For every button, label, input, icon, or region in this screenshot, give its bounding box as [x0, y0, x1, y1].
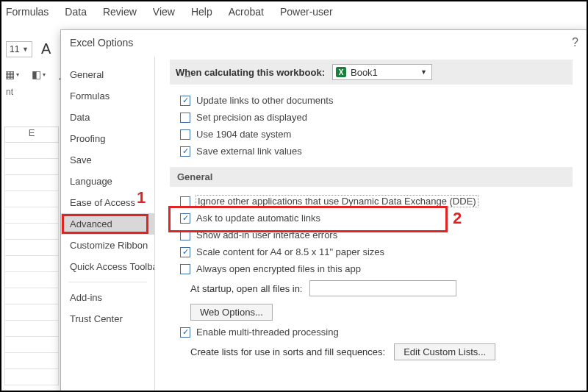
when-calculating-row: When calculating this workbook: X Book1 …	[170, 60, 573, 85]
opt-enable-multithread[interactable]: Enable multi-threaded processing	[170, 324, 573, 341]
checkbox-icon[interactable]	[180, 113, 190, 123]
font-size-picker[interactable]: 11 ▼	[6, 41, 32, 57]
cell[interactable]	[4, 304, 59, 321]
nav-advanced[interactable]: Advanced	[61, 213, 154, 235]
workbook-select[interactable]: X Book1 ▼	[332, 64, 432, 80]
spreadsheet-fragment: E	[4, 126, 59, 385]
cell[interactable]	[4, 256, 59, 272]
cell[interactable]	[4, 353, 59, 369]
cell[interactable]	[4, 369, 59, 385]
opt-label: Ask to update automatic links	[196, 213, 320, 224]
nav-trust-center[interactable]: Trust Center	[61, 308, 154, 329]
dialog-title: Excel Options	[70, 37, 133, 49]
help-icon[interactable]: ?	[572, 36, 578, 49]
chevron-down-icon: ▼	[420, 68, 427, 76]
nav-quick-access-toolbar[interactable]: Quick Access Toolbar	[61, 256, 154, 277]
dialog-titlebar: Excel Options ?	[61, 30, 587, 57]
menu-review[interactable]: Review	[103, 6, 137, 18]
font-size-value: 11	[10, 44, 19, 54]
opt-label: Save external link values	[196, 146, 302, 157]
opt-set-precision[interactable]: Set precision as displayed	[170, 109, 573, 126]
nav-proofing[interactable]: Proofing	[61, 128, 154, 149]
opt-save-external[interactable]: Save external link values	[170, 143, 573, 160]
startup-label: At startup, open all files in:	[190, 283, 302, 294]
web-options-button[interactable]: Web Options...	[190, 304, 273, 321]
menu-acrobat[interactable]: Acrobat	[229, 6, 264, 18]
opt-update-links[interactable]: Update links to other documents	[170, 92, 573, 109]
checkbox-icon[interactable]	[180, 96, 190, 106]
edit-custom-lists-button[interactable]: Edit Custom Lists...	[394, 343, 495, 360]
nav-formulas[interactable]: Formulas	[61, 85, 154, 107]
section-general: General	[170, 167, 573, 187]
opt-scale-content[interactable]: Scale content for A4 or 8.5 x 11" paper …	[170, 243, 573, 260]
cell[interactable]	[4, 191, 59, 207]
workbook-name: Book1	[351, 67, 378, 78]
opt-use-1904[interactable]: Use 1904 date system	[170, 126, 573, 143]
cell[interactable]	[4, 207, 59, 224]
chevron-down-icon: ▼	[22, 46, 29, 53]
opt-label: Show add-in user interface errors	[196, 229, 337, 240]
opt-always-open-encrypted[interactable]: Always open encrypted files in this app	[170, 260, 573, 277]
cell[interactable]	[4, 240, 59, 256]
cell[interactable]	[4, 337, 59, 353]
opt-ask-update[interactable]: Ask to update automatic links	[170, 210, 573, 227]
borders-button[interactable]: ▦▾	[3, 66, 21, 82]
opt-label: Always open encrypted files in this app	[196, 263, 361, 274]
menu-view[interactable]: View	[153, 6, 175, 18]
font-size-area: 11 ▼ A	[6, 40, 51, 57]
cell[interactable]	[4, 175, 59, 191]
opt-show-addin-errors[interactable]: Show add-in user interface errors	[170, 227, 573, 243]
checkbox-icon[interactable]	[180, 196, 190, 207]
checkbox-icon[interactable]	[180, 129, 190, 140]
opt-label: Use 1904 date system	[196, 129, 291, 140]
menu-poweruser[interactable]: Power-user	[280, 6, 333, 18]
opt-label: Scale content for A4 or 8.5 x 11" paper …	[196, 246, 384, 257]
excel-icon: X	[336, 67, 346, 77]
opt-label: Ignore other applications that use Dynam…	[196, 196, 478, 207]
cell[interactable]	[4, 321, 59, 337]
opt-label: Update links to other documents	[196, 95, 333, 106]
opt-label: Set precision as displayed	[196, 112, 307, 123]
startup-path-input[interactable]	[309, 280, 456, 296]
opt-ignore-dde[interactable]: Ignore other applications that use Dynam…	[170, 193, 573, 210]
options-nav: General Formulas Data Proofing Save Lang…	[61, 57, 155, 391]
cell[interactable]	[4, 224, 59, 240]
cell[interactable]	[4, 272, 59, 288]
checkbox-icon[interactable]	[180, 146, 190, 157]
nav-data[interactable]: Data	[61, 107, 154, 128]
ribbon-menus: Formulas Data Review View Help Acrobat P…	[6, 6, 333, 18]
startup-row: At startup, open all files in:	[170, 277, 573, 299]
create-lists-label: Create lists for use in sorts and fill s…	[190, 346, 385, 357]
options-pane: When calculating this workbook: X Book1 …	[155, 57, 587, 391]
nav-customize-ribbon[interactable]: Customize Ribbon	[61, 235, 154, 256]
when-calculating-label: When calculating this workbook:	[176, 67, 325, 78]
column-header-e[interactable]: E	[4, 126, 59, 143]
cell[interactable]	[4, 288, 59, 304]
nav-add-ins[interactable]: Add-ins	[61, 287, 154, 308]
nav-language[interactable]: Language	[61, 171, 154, 192]
nav-ease-of-access[interactable]: Ease of Access	[61, 192, 154, 213]
menu-formulas[interactable]: Formulas	[6, 6, 49, 18]
fill-color-button[interactable]: ◧▾	[29, 66, 47, 82]
cell[interactable]	[4, 143, 59, 159]
nav-save[interactable]: Save	[61, 149, 154, 171]
checkbox-icon[interactable]	[180, 264, 190, 274]
checkbox-icon[interactable]	[180, 230, 190, 240]
menu-data[interactable]: Data	[65, 6, 87, 18]
excel-options-dialog: Excel Options ? General Formulas Data Pr…	[60, 29, 588, 392]
menu-help[interactable]: Help	[191, 6, 212, 18]
create-lists-row: Create lists for use in sorts and fill s…	[170, 341, 573, 363]
nav-general[interactable]: General	[61, 64, 154, 85]
checkbox-icon[interactable]	[180, 327, 190, 338]
checkbox-icon[interactable]	[180, 213, 190, 224]
increase-font-icon[interactable]: A	[41, 40, 51, 57]
ribbon-group-fragment: nt	[6, 87, 13, 97]
cell[interactable]	[4, 159, 59, 175]
checkbox-icon[interactable]	[180, 247, 190, 257]
opt-label: Enable multi-threaded processing	[196, 327, 339, 338]
nav-separator	[68, 282, 147, 282]
